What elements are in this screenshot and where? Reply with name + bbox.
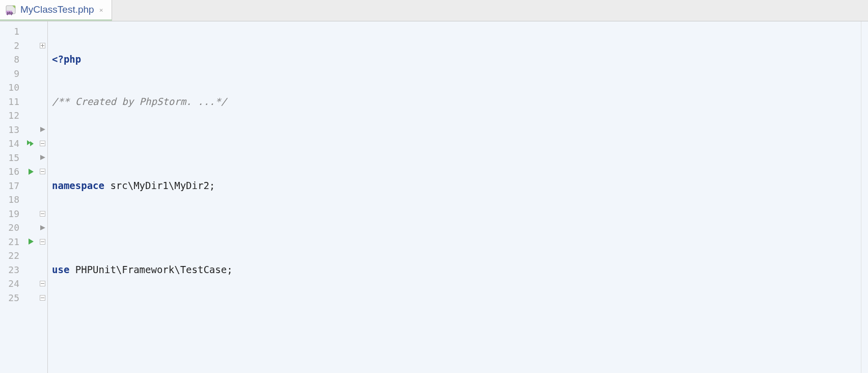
line-number: 22 (0, 249, 24, 263)
fold-end-icon[interactable] (38, 277, 47, 291)
svg-text:php: php (7, 11, 13, 15)
code-line[interactable] (48, 347, 861, 361)
svg-marker-4 (27, 140, 31, 145)
line-number: 12 (0, 109, 24, 123)
line-number: 10 (0, 81, 24, 95)
code-line[interactable]: /** Created by PhpStorm. ...*/ (48, 95, 861, 109)
line-number: 25 (0, 291, 24, 305)
line-number: 11 (0, 95, 24, 109)
vertical-scrollbar[interactable] (861, 21, 868, 373)
fold-arrow-icon[interactable] (38, 151, 47, 165)
line-number: 2 (0, 39, 24, 53)
close-icon[interactable]: × (98, 6, 104, 14)
fold-arrow-icon[interactable] (38, 221, 47, 235)
fold-arrow-icon[interactable] (38, 123, 47, 137)
fold-gutter (38, 21, 48, 373)
line-number: 15 (0, 151, 24, 165)
line-number: 23 (0, 263, 24, 277)
svg-marker-5 (30, 141, 34, 146)
fold-collapse-icon[interactable] (38, 235, 47, 249)
code-line[interactable] (48, 137, 861, 151)
svg-marker-19 (40, 225, 45, 230)
svg-marker-11 (40, 127, 45, 132)
code-line[interactable]: use PHPUnit\Framework\TestCase; (48, 263, 861, 277)
run-class-icon[interactable] (24, 137, 38, 151)
editor-area: 1 2 8 9 10 11 12 13 14 15 16 17 18 19 20… (0, 21, 868, 373)
php-file-icon: php (5, 4, 16, 15)
fold-expand-icon[interactable] (38, 39, 47, 53)
line-number: 9 (0, 67, 24, 81)
code-line[interactable] (48, 305, 861, 319)
code-editor[interactable]: <?php /** Created by PhpStorm. ...*/ nam… (48, 21, 861, 373)
line-number: 19 (0, 207, 24, 221)
run-method-icon[interactable] (24, 235, 38, 249)
tab-bar: php MyClassTest.php × (0, 0, 868, 21)
svg-marker-6 (29, 169, 34, 175)
svg-marker-14 (40, 155, 45, 160)
line-number: 16 (0, 165, 24, 179)
fold-end-icon[interactable] (38, 207, 47, 221)
fold-collapse-icon[interactable] (38, 137, 47, 151)
svg-marker-7 (29, 238, 34, 245)
code-line[interactable] (48, 221, 861, 235)
line-number: 8 (0, 52, 24, 67)
run-method-icon[interactable] (24, 165, 38, 179)
fold-end-icon[interactable] (38, 291, 47, 305)
line-number: 17 (0, 179, 24, 193)
line-number-gutter[interactable]: 1 2 8 9 10 11 12 13 14 15 16 17 18 19 20… (0, 21, 24, 373)
line-number: 18 (0, 193, 24, 207)
line-number: 21 (0, 235, 24, 249)
code-line[interactable]: <?php (48, 52, 861, 67)
tab-label: MyClassTest.php (20, 4, 94, 15)
line-number: 1 (0, 24, 24, 39)
run-gutter (24, 21, 38, 373)
editor-tab[interactable]: php MyClassTest.php × (0, 0, 112, 21)
line-number: 13 (0, 123, 24, 137)
fold-collapse-icon[interactable] (38, 165, 47, 179)
line-number: 20 (0, 221, 24, 235)
line-number: 24 (0, 277, 24, 291)
line-number: 14 (0, 137, 24, 151)
code-line[interactable]: namespace src\MyDir1\MyDir2; (48, 179, 861, 193)
